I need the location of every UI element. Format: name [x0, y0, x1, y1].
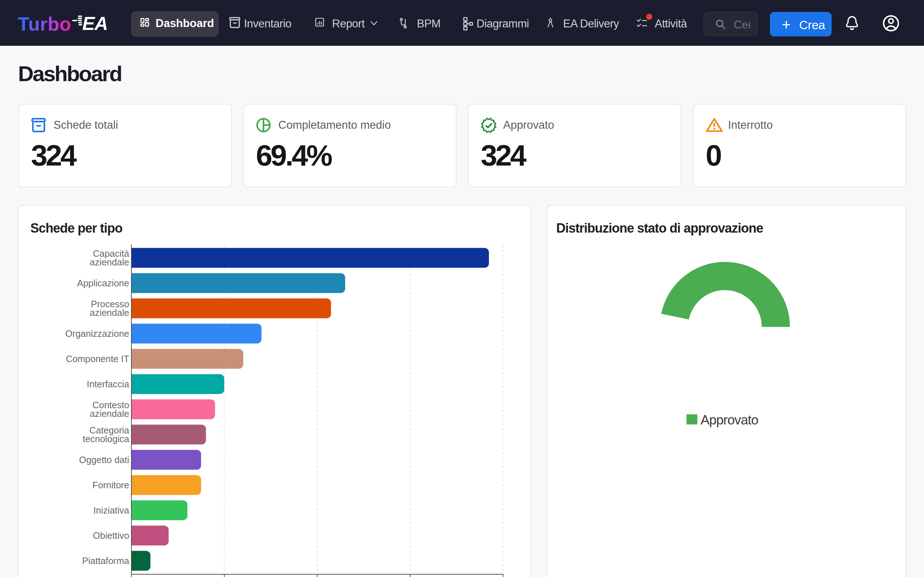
svg-text:Obiettivo: Obiettivo [93, 530, 129, 541]
svg-text:Iniziativa: Iniziativa [94, 505, 129, 515]
svg-text:Organizzazione: Organizzazione [65, 329, 129, 338]
svg-text:Oggetto dati: Oggetto dati [79, 455, 129, 465]
svg-text:Applicazione: Applicazione [77, 278, 129, 288]
svg-text:Componente IT: Componente IT [66, 354, 129, 364]
svg-text:Piattaforma: Piattaforma [82, 556, 129, 566]
svg-text:tecnologica: tecnologica [82, 434, 129, 444]
svg-text:EA: EA [82, 13, 108, 33]
svg-text:aziendale: aziendale [90, 308, 129, 318]
svg-text:aziendale: aziendale [90, 257, 129, 267]
svg-text:Fornitore: Fornitore [92, 480, 129, 490]
svg-text:Interfaccia: Interfaccia [87, 379, 129, 389]
svg-text:aziendale: aziendale [90, 409, 129, 419]
svg-text:Approvato: Approvato [701, 413, 758, 427]
